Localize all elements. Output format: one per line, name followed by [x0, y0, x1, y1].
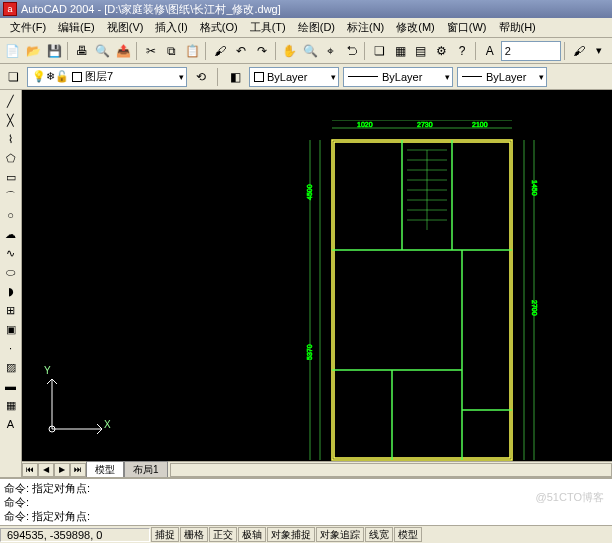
tab-model[interactable]: 模型 — [86, 461, 124, 479]
cut-icon[interactable]: ✂ — [141, 41, 161, 61]
layer-properties-bar: ❏ 💡 ❄ 🔓 图层7 ⟲ ◧ ByLayer ByLayer ByLayer — [0, 64, 612, 90]
plot-icon[interactable]: 🖶 — [72, 41, 92, 61]
standard-toolbar: 📄📂💾🖶🔍📤✂⧉📋🖌↶↷✋🔍⌖⮌❏▦▤⚙?A🖌▾ — [0, 38, 612, 64]
circle-icon[interactable]: ○ — [2, 206, 20, 224]
save-icon[interactable]: 💾 — [44, 41, 64, 61]
xline-icon[interactable]: ╳ — [2, 111, 20, 129]
zoom-prev-icon[interactable]: ⮌ — [342, 41, 362, 61]
layer-manager-icon[interactable]: ❏ — [3, 67, 23, 87]
coordinates: 694535, -359898, 0 — [0, 528, 150, 542]
layer-prev-icon[interactable]: ⟲ — [191, 67, 211, 87]
menu-n[interactable]: 标注(N) — [341, 18, 390, 37]
properties-icon[interactable]: ❏ — [369, 41, 389, 61]
status-线宽[interactable]: 线宽 — [365, 527, 393, 542]
window-title: AutoCAD 2004 - [D:\家庭装修\图纸\长江村_修改.dwg] — [21, 2, 281, 17]
svg-text:2700: 2700 — [531, 300, 538, 316]
draw-toolbar: ╱╳⌇⬠▭⌒○☁∿⬭◗⊞▣·▨▬▦A — [0, 90, 22, 477]
svg-text:2730: 2730 — [417, 121, 433, 128]
menu-i[interactable]: 插入(I) — [149, 18, 193, 37]
undo-icon[interactable]: ↶ — [231, 41, 251, 61]
help-icon[interactable]: ? — [452, 41, 472, 61]
drawing-canvas[interactable]: 102027302100 1450 2700 4500 5370 2730117… — [22, 90, 612, 461]
lineweight-input[interactable] — [501, 41, 561, 61]
menu-d[interactable]: 绘图(D) — [292, 18, 341, 37]
preview-icon[interactable]: 🔍 — [93, 41, 113, 61]
menu-f[interactable]: 文件(F) — [4, 18, 52, 37]
line-icon[interactable]: ╱ — [2, 92, 20, 110]
ucs-icon: X Y — [42, 369, 112, 441]
status-模型[interactable]: 模型 — [394, 527, 422, 542]
ellipse-icon[interactable]: ⬭ — [2, 263, 20, 281]
match-icon[interactable]: 🖌 — [210, 41, 230, 61]
layer-dropdown[interactable]: 💡 ❄ 🔓 图层7 — [27, 67, 187, 87]
publish-icon[interactable]: 📤 — [114, 41, 134, 61]
status-bar: 694535, -359898, 0 捕捉栅格正交极轴对象捕捉对象追踪线宽模型 — [0, 525, 612, 543]
lineweight-icon[interactable]: A — [480, 41, 500, 61]
command-window[interactable]: 命令: 指定对角点: 命令: 命令: 指定对角点: — [0, 477, 612, 525]
paste-icon[interactable]: 📋 — [183, 41, 203, 61]
layer-state-bulb-icon: 💡 — [32, 70, 46, 83]
point-icon[interactable]: · — [2, 339, 20, 357]
menu-w[interactable]: 窗口(W) — [441, 18, 493, 37]
spline-icon[interactable]: ∿ — [2, 244, 20, 262]
brush-dropdown-icon[interactable]: ▾ — [589, 41, 609, 61]
ellipsearc-icon[interactable]: ◗ — [2, 282, 20, 300]
svg-text:1450: 1450 — [531, 180, 538, 196]
menu-m[interactable]: 修改(M) — [390, 18, 441, 37]
polygon-icon[interactable]: ⬠ — [2, 149, 20, 167]
hatch-icon[interactable]: ▨ — [2, 358, 20, 376]
lineweight-dropdown[interactable]: ByLayer — [457, 67, 547, 87]
zoom-win-icon[interactable]: ⌖ — [321, 41, 341, 61]
status-极轴[interactable]: 极轴 — [238, 527, 266, 542]
main-area: ╱╳⌇⬠▭⌒○☁∿⬭◗⊞▣·▨▬▦A — [0, 90, 612, 477]
tab-next-icon[interactable]: ▶ — [54, 463, 70, 477]
status-对象追踪[interactable]: 对象追踪 — [316, 527, 364, 542]
menu-o[interactable]: 格式(O) — [194, 18, 244, 37]
tab-prev-icon[interactable]: ◀ — [38, 463, 54, 477]
ucs-x-label: X — [104, 419, 111, 430]
table-icon[interactable]: ▦ — [2, 396, 20, 414]
canvas-wrap: 102027302100 1450 2700 4500 5370 2730117… — [22, 90, 612, 477]
block-icon[interactable]: ▣ — [2, 320, 20, 338]
region-icon[interactable]: ▬ — [2, 377, 20, 395]
revcloud-icon[interactable]: ☁ — [2, 225, 20, 243]
color-control-icon[interactable]: ◧ — [225, 67, 245, 87]
redo-icon[interactable]: ↷ — [252, 41, 272, 61]
status-栅格[interactable]: 栅格 — [180, 527, 208, 542]
new-icon[interactable]: 📄 — [3, 41, 23, 61]
linetype-dropdown[interactable]: ByLayer — [343, 67, 453, 87]
open-icon[interactable]: 📂 — [24, 41, 44, 61]
tab-layout1[interactable]: 布局1 — [124, 461, 168, 479]
toolpal-icon[interactable]: ▤ — [411, 41, 431, 61]
status-正交[interactable]: 正交 — [209, 527, 237, 542]
insert-icon[interactable]: ⊞ — [2, 301, 20, 319]
pline-icon[interactable]: ⌇ — [2, 130, 20, 148]
tab-last-icon[interactable]: ⏭ — [70, 463, 86, 477]
menu-h[interactable]: 帮助(H) — [493, 18, 542, 37]
menu-bar: 文件(F)编辑(E)视图(V)插入(I)格式(O)工具(T)绘图(D)标注(N)… — [0, 18, 612, 38]
brush-icon[interactable]: 🖌 — [569, 41, 589, 61]
menu-e[interactable]: 编辑(E) — [52, 18, 101, 37]
arc-icon[interactable]: ⌒ — [2, 187, 20, 205]
status-对象捕捉[interactable]: 对象捕捉 — [267, 527, 315, 542]
svg-rect-0 — [332, 140, 512, 460]
layer-name: 图层7 — [85, 69, 113, 84]
dcenter-icon[interactable]: ▦ — [390, 41, 410, 61]
title-bar: a AutoCAD 2004 - [D:\家庭装修\图纸\长江村_修改.dwg] — [0, 0, 612, 18]
color-dropdown[interactable]: ByLayer — [249, 67, 339, 87]
rect-icon[interactable]: ▭ — [2, 168, 20, 186]
color-value: ByLayer — [267, 71, 307, 83]
text-icon[interactable]: A — [2, 415, 20, 433]
tab-first-icon[interactable]: ⏮ — [22, 463, 38, 477]
copy-icon[interactable]: ⧉ — [162, 41, 182, 61]
status-捕捉[interactable]: 捕捉 — [151, 527, 179, 542]
pan-icon[interactable]: ✋ — [280, 41, 300, 61]
zoom-rt-icon[interactable]: 🔍 — [300, 41, 320, 61]
svg-text:4500: 4500 — [306, 184, 313, 200]
dbconnect-icon[interactable]: ⚙ — [432, 41, 452, 61]
menu-t[interactable]: 工具(T) — [244, 18, 292, 37]
model-tabs: ⏮ ◀ ▶ ⏭ 模型 布局1 — [22, 461, 612, 477]
menu-v[interactable]: 视图(V) — [101, 18, 150, 37]
layer-color-swatch — [72, 72, 82, 82]
hscrollbar[interactable] — [170, 463, 612, 477]
